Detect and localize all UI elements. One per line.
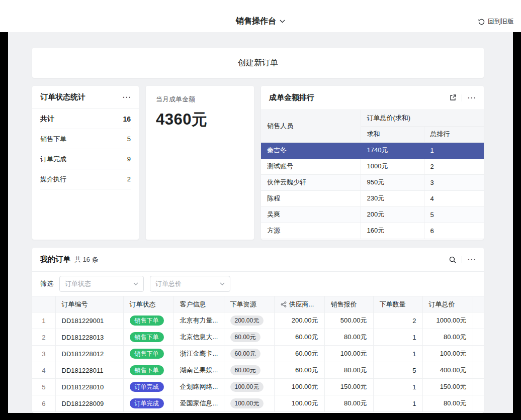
qty-cell: 1: [373, 329, 422, 346]
order-no-cell: DD181228009: [55, 395, 123, 412]
ranking-card-title: 成单金额排行: [269, 93, 314, 102]
rank-cell: 5: [424, 206, 484, 223]
more-icon[interactable]: ⋯: [467, 93, 476, 102]
customer-cell: 爱国家信息...: [173, 395, 224, 412]
divider: [462, 256, 462, 263]
order-row[interactable]: 5 DD181228010 订单完成 企划路网络... 100.00元 100.…: [32, 379, 484, 395]
person-cell: 伙伴云魏少轩: [261, 174, 361, 190]
order-row[interactable]: 6 DD181228009 订单完成 爱国家信息... 100.00元 100.…: [32, 395, 484, 412]
status-badge: 销售下单: [130, 349, 164, 359]
customer-cell: 湖南芒果娱...: [173, 362, 224, 379]
order-row[interactable]: 1 DD181229001 销售下单 北京有力量... 200.00元 200.…: [32, 312, 484, 329]
person-cell: 测试账号: [261, 158, 361, 174]
qty-cell: 5: [373, 362, 422, 379]
ranking-row-selected[interactable]: 秦吉冬 1740元 1: [261, 142, 484, 158]
divider: [462, 94, 462, 101]
order-no-cell: DD181228013: [55, 329, 123, 346]
filter-label: 筛选: [40, 279, 53, 288]
order-total-filter-select[interactable]: 订单总价: [150, 276, 230, 292]
status-row[interactable]: 媒介执行 2: [40, 169, 131, 189]
ranking-row[interactable]: 测试账号 1000元 2: [261, 158, 484, 174]
status-badge: 销售下单: [130, 316, 164, 326]
create-order-label: 创建新订单: [238, 58, 278, 68]
order-row[interactable]: 3 DD181228012 销售下单 浙江金鹰卡... 60.00元 60.00…: [32, 346, 484, 362]
status-label: 共计: [40, 115, 54, 124]
total-cell: 100.00元: [422, 346, 473, 362]
stats-row: 订单状态统计 ⋯ 共计 16 销售下单 5 订单完成 9 媒介执行 2: [32, 86, 484, 240]
status-row[interactable]: 订单完成 9: [40, 149, 131, 169]
resource-badge: 60.00元: [230, 365, 260, 375]
rank-cell: 2: [424, 158, 484, 174]
col-rank: 总排行: [424, 126, 484, 142]
status-row-total[interactable]: 共计 16: [40, 109, 131, 129]
order-no-cell: DD181228012: [55, 346, 123, 362]
customer-cell: 浙江金鹰卡...: [173, 346, 224, 362]
status-badge: 订单完成: [130, 398, 164, 408]
col-quote: 销售报价: [324, 296, 373, 312]
resource-badge: 60.00元: [230, 349, 260, 359]
status-badge: 销售下单: [130, 365, 164, 375]
ranking-row[interactable]: 吴爽 200元 5: [261, 206, 484, 223]
col-group: 订单总价(求和): [361, 110, 484, 126]
customer-cell: 企划路网络...: [173, 379, 224, 395]
total-cell: 80.00元: [422, 329, 473, 346]
col-sum: 求和: [361, 126, 424, 142]
sum-cell: 200元: [361, 206, 424, 223]
select-placeholder: 订单状态: [65, 279, 91, 288]
supplier-cell: 200.00元: [274, 312, 324, 329]
status-label: 销售下单: [40, 135, 66, 144]
sum-cell: 230元: [361, 190, 424, 206]
orders-title: 我的订单: [40, 255, 70, 264]
col-extra: [473, 296, 484, 312]
ranking-row[interactable]: 伙伴云魏少轩 950元 3: [261, 174, 484, 190]
col-customer: 客户信息: [173, 296, 224, 312]
total-cell: 1000.00元: [422, 312, 473, 329]
customer-cell: 北京有力量...: [173, 312, 224, 329]
supplier-cell: 60.00元: [274, 346, 324, 362]
orders-table: 订单编号 订单状态 客户信息 下单资源 供应商... 销售报价 下单数量: [32, 296, 484, 412]
col-status: 订单状态: [123, 296, 173, 312]
customer-cell: 北京信息大...: [173, 329, 224, 346]
page-title: 销售操作台: [236, 16, 276, 27]
supplier-cell: 60.00元: [274, 362, 324, 379]
chevron-down-icon: [280, 20, 285, 23]
quote-cell: 150.00元: [324, 379, 373, 395]
back-to-old-version-link[interactable]: 回到旧版: [478, 17, 514, 26]
ranking-card: 成单金额排行 ⋯ 销售人员 订单总价(求和) 求和: [261, 86, 484, 240]
person-cell: 方源: [261, 223, 361, 239]
export-icon[interactable]: [449, 94, 457, 101]
supplier-cell: 60.00元: [274, 329, 324, 346]
status-badge: 销售下单: [130, 332, 164, 342]
more-icon[interactable]: ⋯: [467, 255, 476, 264]
ranking-row[interactable]: 方源 160元 6: [261, 223, 484, 239]
chevron-down-icon: [133, 282, 138, 285]
more-icon[interactable]: ⋯: [122, 93, 131, 101]
create-order-button[interactable]: 创建新订单: [32, 48, 484, 78]
order-no-cell: DD181228010: [55, 379, 123, 395]
col-index: [32, 296, 55, 312]
supplier-cell: 100.00元: [274, 379, 324, 395]
order-status-card: 订单状态统计 ⋯ 共计 16 销售下单 5 订单完成 9 媒介执行 2: [32, 86, 139, 240]
order-row[interactable]: 4 DD181228011 销售下单 湖南芒果娱... 60.00元 60.00…: [32, 362, 484, 379]
total-cell: 400.00元: [422, 362, 473, 379]
status-value: 2: [127, 175, 131, 183]
row-index: 4: [32, 362, 55, 379]
sum-cell: 1740元: [361, 142, 424, 158]
restore-icon: [478, 18, 485, 26]
order-row[interactable]: 2 DD181228013 销售下单 北京信息大... 60.00元 60.00…: [32, 329, 484, 346]
col-total: 订单总价: [422, 296, 473, 312]
ranking-table: 销售人员 订单总价(求和) 求和 总排行 秦吉冬 1740元 1: [261, 110, 484, 239]
workspace-switcher[interactable]: 销售操作台: [0, 16, 521, 27]
order-no-cell: DD181229001: [55, 312, 123, 329]
ranking-row[interactable]: 陈程 230元 4: [261, 190, 484, 206]
status-row[interactable]: 销售下单 5: [40, 129, 131, 149]
qty-cell: 1: [373, 379, 422, 395]
dashboard-content: 创建新订单 订单状态统计 ⋯ 共计 16 销售下单 5 订单完成 9: [8, 32, 513, 413]
filters-row: 筛选 订单状态 订单总价: [32, 272, 484, 296]
order-status-filter-select[interactable]: 订单状态: [59, 276, 144, 292]
rank-cell: 1: [424, 142, 484, 158]
search-icon[interactable]: [449, 256, 457, 264]
select-placeholder: 订单总价: [155, 279, 182, 288]
status-label: 订单完成: [40, 155, 66, 164]
col-qty: 下单数量: [373, 296, 422, 312]
